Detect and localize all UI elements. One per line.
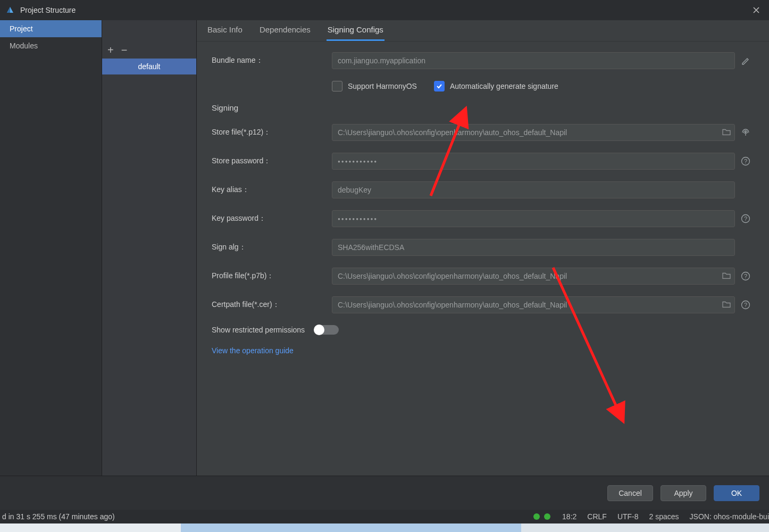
- status-dot-icon: [544, 513, 550, 520]
- cancel-button[interactable]: Cancel: [607, 485, 653, 501]
- auto-gen-signature-checkbox[interactable]: Automatically generate signature: [434, 81, 558, 92]
- window-title: Project Structure: [20, 6, 749, 14]
- signing-section-header: Signing: [212, 103, 756, 112]
- bundle-name-label: Bundle name：: [212, 56, 332, 65]
- restricted-perms-label: Show restricted permissions: [212, 326, 305, 334]
- restricted-perms-toggle[interactable]: [314, 325, 339, 335]
- folder-icon[interactable]: [722, 272, 731, 281]
- bundle-name-input[interactable]: [332, 52, 735, 69]
- status-indent[interactable]: 2 spaces: [649, 512, 679, 521]
- svg-text:?: ?: [744, 215, 747, 222]
- store-password-input[interactable]: [332, 153, 735, 170]
- certpath-file-label: Certpath file(*.cer)：: [212, 300, 332, 310]
- svg-text:?: ?: [744, 273, 747, 279]
- help-icon[interactable]: ?: [735, 214, 756, 223]
- app-icon: [5, 5, 15, 15]
- sign-alg-input[interactable]: [332, 239, 735, 256]
- close-icon[interactable]: [749, 3, 764, 18]
- sidebar-item-modules[interactable]: Modules: [0, 37, 102, 54]
- checkbox-empty-icon: [332, 81, 342, 92]
- help-icon[interactable]: ?: [735, 271, 756, 281]
- tab-bar: Basic Info Dependencies Signing Configs: [197, 20, 769, 41]
- apply-button[interactable]: Apply: [661, 485, 706, 501]
- config-list-panel: + − default: [102, 20, 197, 476]
- profile-file-label: Profile file(*.p7b)：: [212, 271, 332, 281]
- sign-alg-label: Sign alg：: [212, 243, 332, 252]
- fingerprint-icon[interactable]: [735, 127, 756, 138]
- help-icon[interactable]: ?: [735, 156, 756, 166]
- folder-icon[interactable]: [722, 301, 731, 310]
- remove-config-button[interactable]: −: [121, 45, 128, 55]
- tab-basic-info[interactable]: Basic Info: [206, 25, 244, 41]
- store-password-label: Store password：: [212, 156, 332, 166]
- sidebar-item-project[interactable]: Project: [0, 20, 102, 37]
- key-password-label: Key password：: [212, 214, 332, 223]
- checkbox-checked-icon: [434, 81, 445, 92]
- left-sidebar: Project Modules: [0, 20, 102, 476]
- store-file-input[interactable]: [332, 124, 735, 141]
- edit-bundle-icon[interactable]: [735, 56, 756, 65]
- tab-signing-configs[interactable]: Signing Configs: [327, 25, 384, 41]
- svg-text:?: ?: [744, 302, 747, 308]
- key-password-input[interactable]: [332, 210, 735, 227]
- status-dot-icon: [533, 513, 540, 520]
- certpath-file-input[interactable]: [332, 296, 735, 313]
- status-message: d in 31 s 255 ms (47 minutes ago): [2, 512, 527, 521]
- svg-text:?: ?: [744, 158, 747, 164]
- svg-line-9: [553, 268, 622, 419]
- status-crlf[interactable]: CRLF: [587, 512, 607, 521]
- profile-file-input[interactable]: [332, 268, 735, 285]
- help-icon[interactable]: ?: [735, 300, 756, 310]
- sidebar-item-label: Project: [10, 24, 33, 33]
- status-lang[interactable]: JSON: ohos-module-bui: [690, 512, 769, 521]
- status-encoding[interactable]: UTF-8: [617, 512, 639, 521]
- config-row-label: default: [138, 62, 160, 71]
- key-alias-input[interactable]: [332, 181, 735, 198]
- status-bar: d in 31 s 255 ms (47 minutes ago) 18:2 C…: [0, 510, 769, 523]
- checkbox-label: Support HarmonyOS: [348, 82, 417, 90]
- sidebar-item-label: Modules: [10, 41, 38, 50]
- add-config-button[interactable]: +: [107, 45, 114, 55]
- key-alias-label: Key alias：: [212, 185, 332, 195]
- tab-dependencies[interactable]: Dependencies: [258, 25, 312, 41]
- operation-guide-link[interactable]: View the operation guide: [212, 346, 294, 355]
- os-taskbar: [0, 523, 769, 532]
- ok-button[interactable]: OK: [714, 485, 759, 501]
- status-cursor[interactable]: 18:2: [562, 512, 576, 521]
- folder-icon[interactable]: [722, 128, 731, 137]
- support-harmonyos-checkbox[interactable]: Support HarmonyOS: [332, 81, 417, 92]
- checkbox-label: Automatically generate signature: [450, 82, 558, 90]
- config-row-default[interactable]: default: [102, 59, 196, 74]
- store-file-label: Store file(*.p12)：: [212, 128, 332, 137]
